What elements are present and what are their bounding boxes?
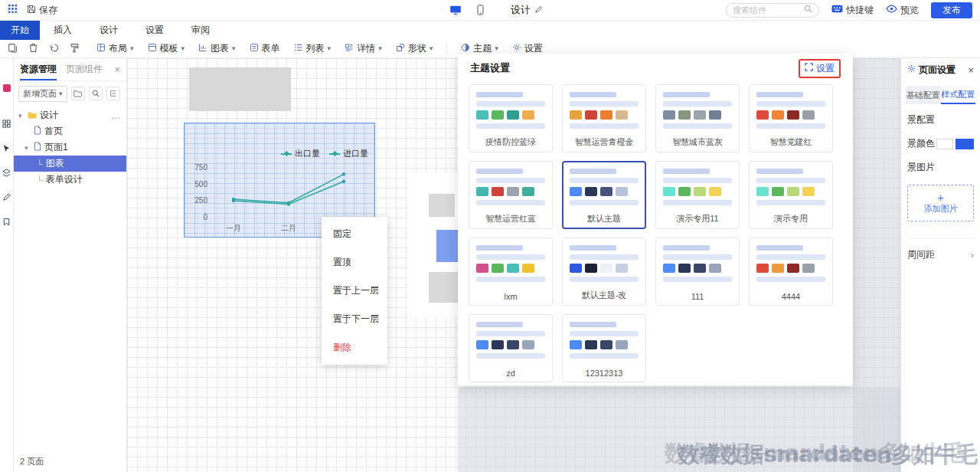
menu-tab-settings[interactable]: 设置 xyxy=(132,21,178,40)
context-menu-item-bring-forward[interactable]: 置于上一层 xyxy=(322,277,387,305)
layers-icon[interactable] xyxy=(2,169,11,179)
theme-color-swatch xyxy=(616,110,628,120)
preview-button[interactable]: 预览 xyxy=(886,4,919,17)
tree-item-chart[interactable]: └ 图表 xyxy=(14,156,126,172)
brand-badge-icon[interactable] xyxy=(3,84,11,92)
theme-preview-bar xyxy=(756,254,825,260)
caret-down-icon[interactable]: ▾ xyxy=(24,144,31,152)
theme-preview-bar xyxy=(476,178,545,183)
theme-card[interactable]: 智慧运营红蓝 xyxy=(469,161,553,229)
theme-preview-bar xyxy=(570,245,616,251)
theme-card[interactable]: lxm xyxy=(469,238,553,306)
toolbar-item-form[interactable]: 表单 xyxy=(250,42,280,55)
theme-card[interactable]: 智慧城市蓝灰 xyxy=(655,84,740,152)
theme-card[interactable]: 智慧党建红 xyxy=(749,84,833,152)
components-icon[interactable] xyxy=(2,120,11,130)
save-button[interactable]: 保存 xyxy=(27,4,57,17)
tree-view-button[interactable] xyxy=(106,87,120,100)
theme-color-swatch xyxy=(585,340,597,349)
theme-color-swatch xyxy=(476,340,488,349)
theme-card[interactable]: 12312313 xyxy=(562,314,646,382)
bookmark-icon[interactable] xyxy=(2,218,11,228)
theme-card[interactable]: 智慧运营青橙金 xyxy=(562,84,646,152)
toolbar-item-chart[interactable]: 图表 ▾ xyxy=(198,42,236,55)
theme-card[interactable]: 演示专用 xyxy=(749,161,833,229)
tree-page-1[interactable]: ▾ 页面1 xyxy=(14,139,126,156)
search-input[interactable] xyxy=(733,5,799,15)
tab-basic-config[interactable]: 基础配置 xyxy=(906,86,941,104)
theme-name: 智慧运营红蓝 xyxy=(476,213,545,225)
placeholder-block[interactable] xyxy=(429,194,455,217)
theme-advanced-settings-button[interactable]: 设置 xyxy=(799,59,841,78)
tree-page-home[interactable]: 首页 xyxy=(14,123,126,139)
tree-folder-design[interactable]: ▾ 设计 … xyxy=(14,107,126,123)
cursor-icon[interactable] xyxy=(2,144,11,155)
context-menu-item-delete[interactable]: 删除 xyxy=(322,333,387,362)
toolbar-item-detail[interactable]: 详情 ▾ xyxy=(345,42,382,55)
theme-name: lxm xyxy=(476,292,545,301)
delete-icon[interactable] xyxy=(28,43,38,55)
panel-close-icon[interactable]: × xyxy=(968,64,974,76)
edit-pencil-icon[interactable] xyxy=(534,5,543,16)
theme-preview-bar xyxy=(570,254,639,260)
theme-card[interactable]: 111 xyxy=(655,238,740,306)
menu-tab-design[interactable]: 设计 xyxy=(86,21,132,40)
tab-page-components[interactable]: 页面组件 xyxy=(66,58,103,80)
toolbar-item-template[interactable]: 模板 ▾ xyxy=(148,42,185,55)
add-image-button[interactable]: + 添加图片 xyxy=(907,185,974,221)
panel-title: 页面设置 xyxy=(919,64,956,77)
menu-tab-start[interactable]: 开始 xyxy=(0,21,40,40)
more-options-icon[interactable]: … xyxy=(111,110,126,121)
context-menu-item-top[interactable]: 置顶 xyxy=(322,248,387,277)
mobile-device-button[interactable] xyxy=(472,3,488,17)
theme-color-swatch xyxy=(522,187,534,196)
settings-label: 设置 xyxy=(816,62,835,75)
theme-color-swatch xyxy=(678,110,691,120)
theme-card[interactable]: 疫情防控蓝绿 xyxy=(469,84,553,152)
menu-tab-insert[interactable]: 插入 xyxy=(40,21,86,40)
toolbar-item-label: 列表 xyxy=(306,42,325,55)
theme-color-swatch xyxy=(522,340,534,349)
theme-card[interactable]: 4444 xyxy=(749,238,833,306)
apps-grid-icon[interactable] xyxy=(8,4,18,16)
component-search[interactable] xyxy=(726,3,819,18)
tree-label: 图表 xyxy=(46,157,64,170)
new-folder-button[interactable] xyxy=(71,87,85,100)
theme-color-swatch xyxy=(507,187,519,196)
caret-down-icon: ▾ xyxy=(430,45,433,52)
placeholder-block[interactable] xyxy=(429,272,461,303)
shortcuts-button[interactable]: 快捷键 xyxy=(831,4,874,17)
toolbar-item-list[interactable]: 列表 ▾ xyxy=(294,42,332,55)
new-page-button[interactable]: 新增页面 ▾ xyxy=(18,86,67,102)
spacing-section[interactable]: 周间距 › xyxy=(907,238,974,261)
toolbar-item-layout[interactable]: 布局 ▾ xyxy=(96,42,134,55)
undo-icon[interactable] xyxy=(49,43,59,55)
search-pages-button[interactable] xyxy=(89,87,103,100)
bg-color-swatch-blue[interactable] xyxy=(956,139,974,149)
spacing-label: 周间距 xyxy=(907,248,935,261)
publish-button[interactable]: 发布 xyxy=(931,2,972,18)
theme-name: 4444 xyxy=(756,292,825,301)
format-painter-icon[interactable] xyxy=(70,43,80,55)
theme-card[interactable]: 默认主题 xyxy=(562,161,646,229)
tree-item-form-design[interactable]: └ 表单设计 xyxy=(14,172,126,188)
context-menu-item-pin[interactable]: 固定 xyxy=(322,220,387,248)
tab-style-config[interactable]: 样式配置 xyxy=(941,86,976,104)
paste-icon[interactable] xyxy=(8,43,18,55)
theme-color-swatch xyxy=(709,110,721,120)
gear-icon xyxy=(512,43,521,54)
panel-close-icon[interactable]: × xyxy=(114,64,120,75)
theme-card[interactable]: zd xyxy=(469,314,553,382)
caret-down-icon[interactable]: ▾ xyxy=(18,112,24,120)
theme-card[interactable]: 默认主题-改 xyxy=(562,238,646,306)
theme-name: 默认主题-改 xyxy=(570,290,639,301)
pen-icon[interactable] xyxy=(2,193,11,204)
bg-color-swatch-white[interactable] xyxy=(936,139,953,149)
menu-tab-review[interactable]: 审阅 xyxy=(178,21,224,40)
desktop-device-button[interactable] xyxy=(448,3,463,17)
toolbar-item-shape[interactable]: 形状 ▾ xyxy=(396,42,433,55)
tab-resource-manager[interactable]: 资源管理 xyxy=(20,58,57,80)
placeholder-block[interactable] xyxy=(189,67,291,111)
theme-card[interactable]: 演示专用11 xyxy=(655,161,740,229)
context-menu-item-send-backward[interactable]: 置于下一层 xyxy=(322,305,387,333)
